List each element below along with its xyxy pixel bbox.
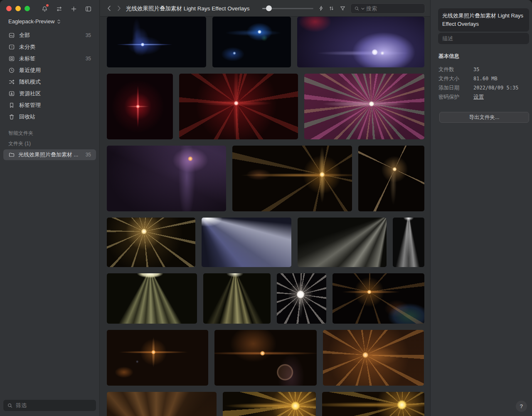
- notifications-button[interactable]: [40, 4, 49, 13]
- smart-folders-section-label: 智能文件夹: [8, 130, 33, 137]
- back-button[interactable]: [105, 5, 113, 12]
- forward-button[interactable]: [115, 5, 123, 12]
- info-label: 添加日期: [438, 84, 473, 92]
- info-row-date-added: 添加日期 2022/08/09 5:35: [438, 83, 525, 92]
- thumbnail-white-starburst[interactable]: [277, 273, 326, 324]
- filter-button[interactable]: [338, 4, 347, 12]
- password-settings-link[interactable]: 设置: [473, 94, 484, 101]
- thumbnail-gold-cross-star[interactable]: [358, 146, 424, 211]
- gallery-row: [107, 74, 424, 139]
- search-input[interactable]: 搜索: [350, 3, 425, 14]
- add-button[interactable]: [69, 4, 78, 13]
- sidebar-item-label: 未分类: [19, 43, 35, 51]
- sidebar-item-random[interactable]: 随机模式: [3, 76, 96, 88]
- thumbnail-blue-beam-topleft[interactable]: [202, 218, 291, 267]
- thumbnail-yellow-cone-wide[interactable]: [107, 273, 197, 324]
- lightning-icon: [318, 5, 324, 12]
- thumbnail-gold-burst[interactable]: [107, 218, 195, 267]
- gallery-row: [107, 17, 424, 67]
- sidebar-item-all[interactable]: 全部 35: [3, 30, 96, 41]
- thumbnail-blue-double-flare[interactable]: [212, 17, 291, 67]
- sync-button[interactable]: [54, 4, 64, 13]
- thumbnail-rainbow-starburst[interactable]: [304, 74, 424, 139]
- info-label: 文件数: [438, 66, 473, 73]
- clock-icon: [8, 67, 15, 74]
- sidebar-item-trash[interactable]: 回收站: [3, 111, 96, 123]
- library-name: Eaglepack-Preview: [8, 18, 54, 25]
- minimize-window-button[interactable]: [15, 6, 21, 11]
- gallery-row: [107, 273, 424, 324]
- bookmark-icon: [8, 102, 15, 109]
- info-value: 35: [473, 67, 479, 72]
- plus-icon: [70, 5, 77, 12]
- inspector-panel: 光线效果照片叠加素材 Light Rays Effect Overlays 描述…: [430, 0, 532, 416]
- export-folder-button[interactable]: 导出文件夹...: [439, 112, 529, 123]
- description-field[interactable]: 描述: [438, 33, 529, 44]
- sidebar-item-label: 回收站: [19, 113, 35, 121]
- thumbnail-red-star-vertical[interactable]: [107, 74, 173, 139]
- search-icon: [354, 6, 360, 11]
- thumbnail-orange-starburst-warm[interactable]: [323, 330, 424, 386]
- thumbnail-orange-star-streak[interactable]: [107, 330, 208, 386]
- thumbnail-orange-flare-rainbow[interactable]: [332, 273, 424, 324]
- all-images-icon: [8, 32, 15, 39]
- sidebar-item-untagged[interactable]: 未标签 35: [3, 53, 96, 64]
- uncategorized-icon: ?: [8, 44, 15, 50]
- thumbnail-orange-flare-bokeh[interactable]: [214, 330, 317, 386]
- trash-icon: [8, 114, 15, 120]
- sidebar-item-label: 标签管理: [19, 102, 41, 109]
- funnel-icon: [340, 5, 346, 12]
- library-selector[interactable]: Eaglepack-Preview: [8, 18, 61, 25]
- quick-actions-button[interactable]: [317, 4, 325, 12]
- sidebar-item-community[interactable]: 资源社区: [3, 88, 96, 99]
- thumbnail-blue-star-streak[interactable]: [107, 17, 206, 67]
- filter-placeholder: 筛选: [16, 402, 27, 409]
- resource-community-icon: [8, 90, 15, 97]
- thumbnail-white-diagonal-rays[interactable]: [298, 218, 387, 267]
- thumbnail-gold-burst-streak[interactable]: [223, 392, 316, 416]
- untagged-icon: [8, 55, 15, 62]
- sort-button[interactable]: [327, 4, 335, 12]
- folders-section-label: 文件夹 (1): [8, 140, 31, 147]
- folder-title: 光线效果照片叠加素材 Light Rays Effect Overlays: [126, 5, 250, 12]
- sidebar-item-count: 35: [86, 56, 91, 62]
- slider-thumb[interactable]: [266, 5, 272, 11]
- thumbnail-size-slider[interactable]: [262, 0, 313, 17]
- chevron-down-icon[interactable]: [361, 7, 365, 10]
- thumbnail-violet-orange-flare[interactable]: [107, 146, 226, 211]
- thumbnail-amber-rays-bottom[interactable]: [107, 392, 217, 416]
- sidebar: Eaglepack-Preview 全部 35 ? 未分类: [0, 0, 100, 416]
- notification-badge: [46, 4, 49, 7]
- svg-text:?: ?: [11, 45, 12, 49]
- thumbnail-yellow-cone-narrow[interactable]: [203, 273, 271, 324]
- window-controls: [6, 6, 30, 11]
- info-row-password: 密码保护 设置: [438, 92, 525, 102]
- sidebar-item-tags[interactable]: 标签管理: [3, 99, 96, 111]
- folder-icon: [8, 151, 15, 158]
- thumbnail-white-vertical-beam[interactable]: [393, 218, 424, 267]
- gallery-row: [107, 146, 424, 211]
- gallery-row: [107, 218, 424, 267]
- chevron-right-icon: [117, 5, 121, 11]
- sidebar-item-label: 随机模式: [19, 78, 41, 86]
- thumbnail-gold-horizontal-flare[interactable]: [232, 146, 352, 211]
- help-button[interactable]: ?: [516, 401, 527, 412]
- sidebar-folder-light-rays[interactable]: 光线效果照片叠加素材 ... 35: [3, 149, 96, 160]
- zoom-window-button[interactable]: [25, 6, 30, 11]
- sidebar-item-uncategorized[interactable]: ? 未分类: [3, 41, 96, 53]
- thumbnail-gold-burst-right[interactable]: [322, 392, 424, 416]
- info-fields: 文件数 35 文件大小 81.60 MB 添加日期 2022/08/09 5:3…: [438, 65, 525, 102]
- folder-name-field[interactable]: 光线效果照片叠加素材 Light Rays Effect Overlays: [438, 8, 529, 32]
- sidebar-item-recent[interactable]: 最近使用: [3, 64, 96, 76]
- info-row-file-count: 文件数 35: [438, 65, 525, 74]
- chevron-up-down-icon: [57, 19, 61, 25]
- chevron-left-icon: [107, 5, 111, 11]
- info-label: 文件大小: [438, 75, 473, 82]
- thumbnail-violet-haze-glow[interactable]: [297, 17, 424, 67]
- close-window-button[interactable]: [6, 6, 12, 11]
- sidebar-item-label: 未标签: [19, 55, 35, 62]
- sidebar-filter-input[interactable]: 筛选: [3, 400, 96, 411]
- gallery: [100, 17, 430, 416]
- thumbnail-red-starburst[interactable]: [179, 74, 298, 139]
- toggle-sidebar-button[interactable]: [84, 4, 93, 13]
